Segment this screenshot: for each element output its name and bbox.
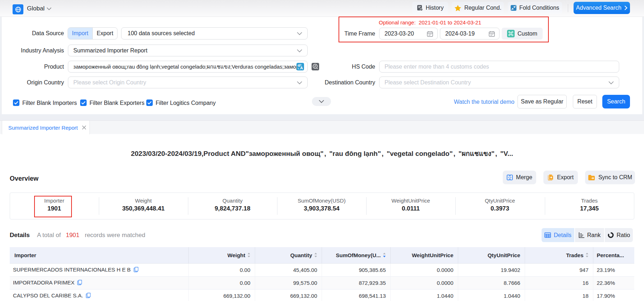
svg-text:A: A (300, 66, 303, 70)
